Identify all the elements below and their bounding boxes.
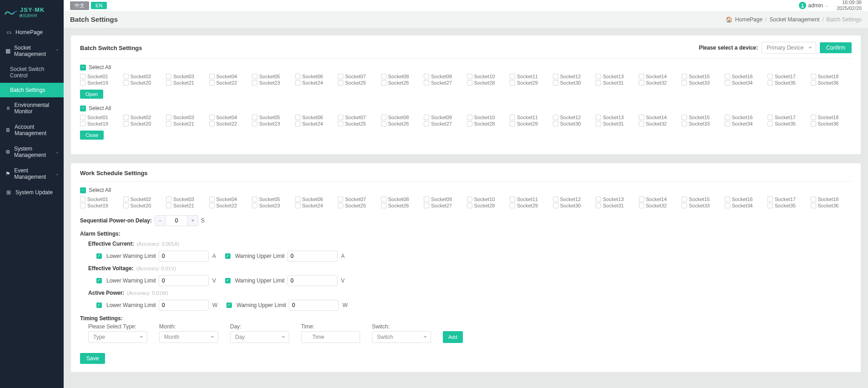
socket-checkbox[interactable]: Socket32 [639,80,680,86]
socket-checkbox[interactable]: Socket12 [553,73,594,80]
socket-checkbox[interactable]: Socket19 [80,80,121,86]
socket-checkbox[interactable]: Socket05 [252,73,293,80]
nav-batch-settings[interactable]: Batch Settings [0,83,64,97]
socket-checkbox[interactable]: Socket20 [123,202,165,209]
socket-checkbox[interactable]: Socket25 [338,202,379,209]
socket-checkbox[interactable]: Socket27 [424,80,465,86]
socket-checkbox[interactable]: Socket22 [209,202,251,209]
open-button[interactable]: Open [80,90,103,99]
month-select[interactable]: Month [159,331,218,343]
socket-checkbox[interactable]: Socket31 [596,121,637,127]
socket-checkbox[interactable]: Socket08 [381,73,422,80]
socket-checkbox[interactable]: Socket10 [467,196,508,202]
socket-checkbox[interactable]: Socket07 [338,73,379,80]
select-all-schedule-checkbox[interactable]: − [80,187,86,193]
socket-checkbox[interactable]: Socket36 [811,202,852,209]
socket-checkbox[interactable]: Socket34 [725,80,766,86]
socket-checkbox[interactable]: Socket21 [166,80,207,86]
socket-checkbox[interactable]: Socket01 [80,114,121,121]
socket-checkbox[interactable]: Socket09 [424,196,465,202]
socket-checkbox[interactable]: Socket16 [725,114,766,121]
nav-system-update[interactable]: ⊞ System Update [0,185,64,200]
socket-checkbox[interactable]: Socket14 [639,73,680,80]
day-select[interactable]: Day [230,331,289,343]
socket-checkbox[interactable]: Socket02 [123,73,165,80]
select-all-open-checkbox[interactable]: − [80,65,86,71]
socket-checkbox[interactable]: Socket11 [510,196,551,202]
socket-checkbox[interactable]: Socket05 [252,114,293,121]
socket-checkbox[interactable]: Socket13 [596,114,637,121]
socket-checkbox[interactable]: Socket01 [80,73,121,80]
socket-checkbox[interactable]: Socket18 [811,73,852,80]
socket-checkbox[interactable]: Socket10 [467,114,508,121]
socket-checkbox[interactable]: Socket23 [252,80,293,86]
user-menu[interactable]: admin ⌄ [799,2,828,9]
socket-checkbox[interactable]: Socket08 [381,114,422,121]
socket-checkbox[interactable]: Socket03 [166,196,207,202]
socket-checkbox[interactable]: Socket34 [725,121,766,127]
socket-checkbox[interactable]: Socket23 [252,202,293,209]
current-lower-input[interactable] [159,251,209,262]
socket-checkbox[interactable]: Socket16 [725,196,766,202]
socket-checkbox[interactable]: Socket28 [467,80,508,86]
socket-checkbox[interactable]: Socket21 [166,121,207,127]
socket-checkbox[interactable]: Socket33 [682,202,723,209]
lang-cn-button[interactable]: 中文 [70,1,89,10]
socket-checkbox[interactable]: Socket26 [381,80,422,86]
socket-checkbox[interactable]: Socket10 [467,73,508,80]
socket-checkbox[interactable]: Socket34 [725,202,766,209]
crumb-home[interactable]: HomePage [735,16,763,23]
socket-checkbox[interactable]: Socket17 [768,114,809,121]
current-upper-checkbox[interactable] [225,253,231,259]
socket-checkbox[interactable]: Socket02 [123,114,165,121]
confirm-button[interactable]: Confirm [820,42,852,53]
close-button[interactable]: Close [80,131,104,140]
current-lower-checkbox[interactable] [96,253,102,259]
socket-checkbox[interactable]: Socket06 [295,73,336,80]
socket-checkbox[interactable]: Socket29 [510,202,551,209]
socket-checkbox[interactable]: Socket24 [295,80,336,86]
socket-checkbox[interactable]: Socket13 [596,73,637,80]
current-upper-input[interactable] [287,251,337,262]
socket-checkbox[interactable]: Socket20 [123,80,165,86]
socket-checkbox[interactable]: Socket12 [553,114,594,121]
socket-checkbox[interactable]: Socket07 [338,196,379,202]
socket-checkbox[interactable]: Socket18 [811,114,852,121]
socket-checkbox[interactable]: Socket24 [295,121,336,127]
socket-checkbox[interactable]: Socket29 [510,80,551,86]
socket-checkbox[interactable]: Socket31 [596,80,637,86]
socket-checkbox[interactable]: Socket24 [295,202,336,209]
socket-checkbox[interactable]: Socket01 [80,196,121,202]
socket-checkbox[interactable]: Socket03 [166,114,207,121]
socket-checkbox[interactable]: Socket19 [80,202,121,209]
save-button[interactable]: Save [80,353,105,364]
socket-checkbox[interactable]: Socket36 [811,121,852,127]
socket-checkbox[interactable]: Socket28 [467,202,508,209]
socket-checkbox[interactable]: Socket30 [553,202,594,209]
voltage-upper-checkbox[interactable] [225,278,231,283]
voltage-upper-input[interactable] [287,275,337,286]
socket-checkbox[interactable]: Socket30 [553,80,594,86]
nav-account-management[interactable]: 🗎 Account Management [0,119,64,141]
socket-checkbox[interactable]: Socket22 [209,80,251,86]
socket-checkbox[interactable]: Socket03 [166,73,207,80]
socket-checkbox[interactable]: Socket35 [768,80,809,86]
socket-checkbox[interactable]: Socket27 [424,121,465,127]
socket-checkbox[interactable]: Socket22 [209,121,251,127]
socket-checkbox[interactable]: Socket35 [768,121,809,127]
socket-checkbox[interactable]: Socket25 [338,80,379,86]
nav-socket-management[interactable]: ▦ Socket Management ⌃ [0,40,64,62]
socket-checkbox[interactable]: Socket11 [510,73,551,80]
socket-checkbox[interactable]: Socket11 [510,114,551,121]
socket-checkbox[interactable]: Socket14 [639,114,680,121]
socket-checkbox[interactable]: Socket35 [768,202,809,209]
socket-checkbox[interactable]: Socket13 [596,196,637,202]
stepper-plus[interactable]: + [188,216,198,226]
socket-checkbox[interactable]: Socket29 [510,121,551,127]
add-button[interactable]: Add [443,331,463,343]
nav-event-management[interactable]: ⚑ Event Management ⌄ [0,163,64,185]
socket-checkbox[interactable]: Socket26 [381,202,422,209]
socket-checkbox[interactable]: Socket05 [252,196,293,202]
socket-checkbox[interactable]: Socket12 [553,196,594,202]
device-select[interactable]: Primary Device [762,42,816,54]
